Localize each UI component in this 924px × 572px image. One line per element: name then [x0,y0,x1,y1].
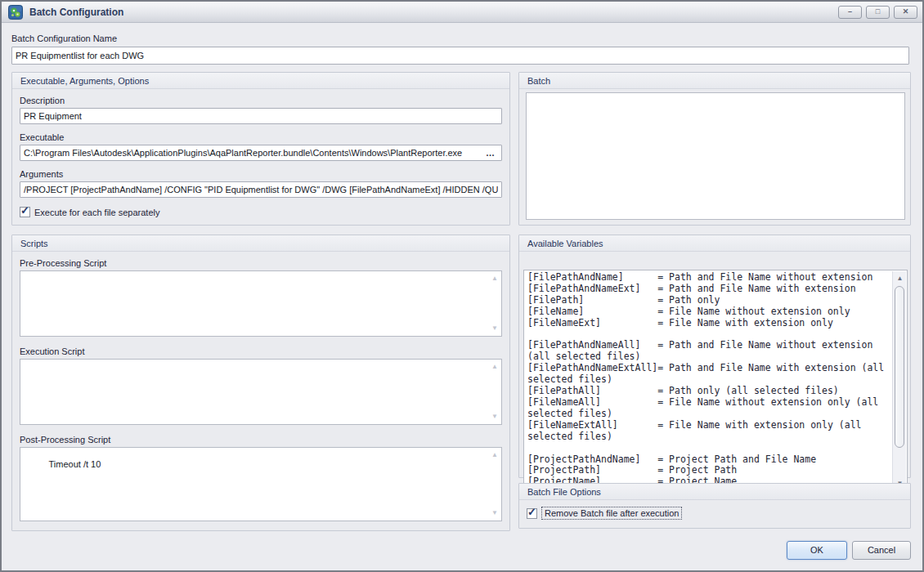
minimize-button[interactable]: – [838,6,862,19]
arguments-label: Arguments [20,169,502,179]
batch-config-name-label: Batch Configuration Name [11,34,117,43]
description-input[interactable] [20,108,502,124]
variables-list[interactable]: [FilePathAndName] = Path and File Name w… [523,270,908,492]
dialog-content: Batch Configuration Name Executable, Arg… [2,23,922,570]
batch-configuration-dialog: Batch Configuration – □ ✕ Batch Configur… [0,0,924,572]
execute-each-file-checkbox-row[interactable]: ✓ Execute for each file separately [20,207,502,217]
scroll-up-icon[interactable]: ▲ [491,364,498,370]
scroll-up-icon[interactable]: ▲ [491,452,498,458]
check-icon: ✓ [527,506,536,518]
executable-label: Executable [20,132,502,142]
executable-input[interactable]: C:\Program Files\Autodesk\ApplicationPlu… [20,145,502,161]
execute-each-file-label: Execute for each file separately [34,208,159,217]
browse-button[interactable]: … [483,148,498,158]
scroll-up-icon[interactable]: ▲ [491,275,498,282]
group-executable-title: Executable, Arguments, Options [12,73,509,89]
group-available-variables: Available Variables [FilePathAndName] = … [518,235,911,478]
minimize-icon: – [848,7,852,16]
description-label: Description [20,96,502,105]
group-executable-arguments-options: Executable, Arguments, Options Descripti… [11,72,510,226]
pre-processing-script-label: Pre-Processing Script [20,258,502,268]
scroll-down-icon[interactable]: ▼ [491,413,498,420]
ok-button[interactable]: OK [787,541,847,560]
executable-path-text: C:\Program Files\Autodesk\ApplicationPlu… [24,148,483,158]
scroll-up-icon[interactable]: ▲ [893,275,907,282]
batch-content-area[interactable] [526,92,905,220]
scroll-down-icon[interactable]: ▼ [491,325,498,332]
group-batch-file-options: Batch File Options ✓ Remove Batch file a… [518,483,911,529]
remove-batch-file-label: Remove Batch file after execution [541,507,682,520]
group-scripts: Scripts Pre-Processing Script ▲ ▼ Execut… [11,235,510,531]
execution-script-label: Execution Script [20,346,502,356]
batch-config-name-input[interactable] [11,47,909,65]
group-batch: Batch [518,72,911,226]
titlebar[interactable]: Batch Configuration – □ ✕ [2,2,922,23]
app-icon [8,5,23,20]
execution-script-input[interactable]: ▲ ▼ [20,359,502,425]
post-processing-script-text: Timeout /t 10 [49,459,101,469]
maximize-button[interactable]: □ [866,6,890,19]
cancel-button[interactable]: Cancel [852,541,911,560]
post-processing-script-input[interactable]: Timeout /t 10 ▲ ▼ [20,447,502,521]
post-processing-script-label: Post-Processing Script [20,435,502,445]
execute-each-file-checkbox[interactable]: ✓ [20,207,30,217]
maximize-icon: □ [876,7,880,16]
scroll-down-icon[interactable]: ▼ [491,510,498,516]
group-batch-title: Batch [519,73,910,89]
group-scripts-title: Scripts [12,235,509,252]
ellipsis-icon: … [486,148,496,158]
variables-scrollbar[interactable]: ▲ ▼ [892,271,906,490]
variables-text: [FilePathAndName] = Path and File Name w… [527,272,897,492]
remove-batch-file-checkbox-row[interactable]: ✓ Remove Batch file after execution [527,507,903,520]
close-button[interactable]: ✕ [894,6,917,19]
remove-batch-file-checkbox[interactable]: ✓ [527,508,537,519]
scrollbar-thumb[interactable] [895,286,904,448]
group-variables-title: Available Variables [519,235,910,252]
close-icon: ✕ [903,7,909,16]
arguments-input[interactable] [20,181,502,198]
group-options-title: Batch File Options [519,484,910,500]
pre-processing-script-input[interactable]: ▲ ▼ [20,270,502,337]
window-title: Batch Configuration [29,7,123,18]
check-icon: ✓ [20,204,29,217]
